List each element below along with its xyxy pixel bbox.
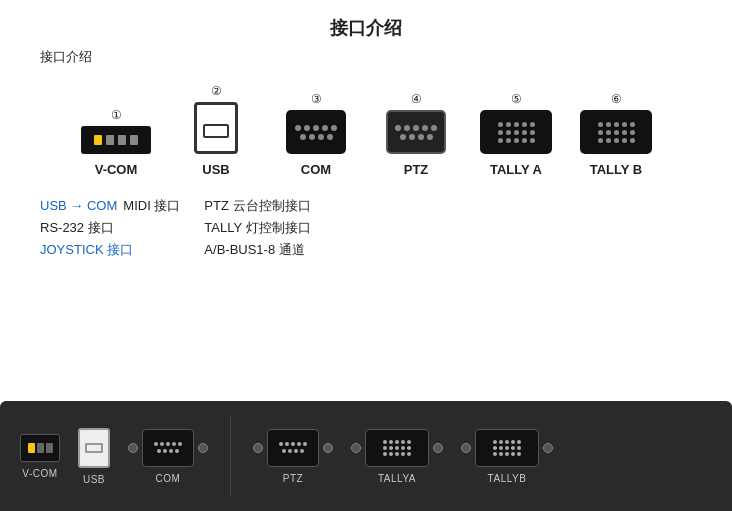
panel-port-tally-a: TALLYA — [351, 429, 443, 484]
panel-label-tally-a: TALLYA — [378, 473, 416, 484]
connector-com: ③ COM — [276, 92, 356, 177]
desc-row-5: TALLY 灯控制接口 — [204, 217, 310, 239]
connector-num-1: ① — [111, 108, 122, 122]
panel-com-screw-right — [198, 443, 208, 453]
panel-label-com: COM — [156, 473, 181, 484]
connector-num-6: ⑥ — [611, 92, 622, 106]
panel-tally-a-screw-right — [433, 443, 443, 453]
connector-label-tally-a: TALLY A — [490, 162, 542, 177]
panel-port-com: COM — [128, 429, 208, 484]
connector-ptz: ④ PTZ — [376, 92, 456, 177]
desc-rs232: RS-232 接口 — [40, 217, 114, 239]
desc-midi: MIDI 接口 — [123, 195, 180, 217]
page-title: 接口介绍 — [0, 0, 732, 40]
description-area: USB → COM MIDI 接口 RS-232 接口 JOYSTICK 接口 … — [0, 189, 732, 267]
panel-vcom-icon — [20, 434, 60, 462]
connector-tally-a: ⑤ TALLY A — [476, 92, 556, 177]
panel-label-tally-b: TALLYB — [488, 473, 527, 484]
desc-usb-com: USB → COM — [40, 195, 117, 217]
panel-tally-b-screw-right — [543, 443, 553, 453]
panel-tally-a-screw-left — [351, 443, 361, 453]
panel-tally-b-icon — [475, 429, 539, 467]
connector-vcom: ① V-COM — [76, 108, 156, 177]
connector-label-tally-b: TALLY B — [590, 162, 643, 177]
desc-row-4: PTZ 云台控制接口 — [204, 195, 310, 217]
connector-label-ptz: PTZ — [404, 162, 429, 177]
desc-ptz: PTZ 云台控制接口 — [204, 195, 310, 217]
panel-separator — [230, 416, 231, 496]
panel-port-usb: USB — [78, 428, 110, 485]
panel-tally-b-screws-wrap — [461, 429, 553, 467]
desc-col-2: PTZ 云台控制接口 TALLY 灯控制接口 A/B-BUS1-8 通道 — [204, 195, 310, 261]
connectors-row: ① V-COM ② USB ③ — [0, 84, 732, 177]
connector-num-4: ④ — [411, 92, 422, 106]
desc-tally: TALLY 灯控制接口 — [204, 217, 310, 239]
connector-usb: ② USB — [176, 84, 256, 177]
connector-label-usb: USB — [202, 162, 229, 177]
panel-label-usb: USB — [83, 474, 105, 485]
panel-port-tally-b: TALLYB — [461, 429, 553, 484]
com-icon — [286, 110, 346, 154]
panel-ptz-screws-wrap — [253, 429, 333, 467]
panel-port-vcom: V-COM — [20, 434, 60, 479]
desc-joystick: JOYSTICK 接口 — [40, 239, 133, 261]
panel-com-icon — [142, 429, 194, 467]
desc-row-2: RS-232 接口 — [40, 217, 180, 239]
panel-ptz-icon — [267, 429, 319, 467]
panel-tally-a-screws-wrap — [351, 429, 443, 467]
ptz-icon — [386, 110, 446, 154]
desc-row-1: USB → COM MIDI 接口 — [40, 195, 180, 217]
tally-b-icon — [580, 110, 652, 154]
panel-tally-b-screw-left — [461, 443, 471, 453]
panel-com-screw-left — [128, 443, 138, 453]
panel-usb-icon — [78, 428, 110, 468]
bottom-panel: V-COM USB COM — [0, 401, 732, 511]
desc-row-3: JOYSTICK 接口 — [40, 239, 180, 261]
connector-label-vcom: V-COM — [95, 162, 138, 177]
panel-tally-a-icon — [365, 429, 429, 467]
panel-label-ptz: PTZ — [283, 473, 303, 484]
usb-icon — [194, 102, 238, 154]
connector-num-3: ③ — [311, 92, 322, 106]
panel-ptz-screw-right — [323, 443, 333, 453]
connector-num-2: ② — [211, 84, 222, 98]
panel-ptz-screw-left — [253, 443, 263, 453]
breadcrumb: 接口介绍 — [0, 48, 732, 66]
desc-row-6: A/B-BUS1-8 通道 — [204, 239, 310, 261]
vcom-icon — [81, 126, 151, 154]
connector-label-com: COM — [301, 162, 331, 177]
panel-com-screws-wrap — [128, 429, 208, 467]
desc-abus: A/B-BUS1-8 通道 — [204, 239, 304, 261]
tally-a-icon — [480, 110, 552, 154]
panel-port-ptz: PTZ — [253, 429, 333, 484]
connector-tally-b: ⑥ TALLY B — [576, 92, 656, 177]
panel-label-vcom: V-COM — [22, 468, 57, 479]
connector-num-5: ⑤ — [511, 92, 522, 106]
desc-col-1: USB → COM MIDI 接口 RS-232 接口 JOYSTICK 接口 — [40, 195, 180, 261]
